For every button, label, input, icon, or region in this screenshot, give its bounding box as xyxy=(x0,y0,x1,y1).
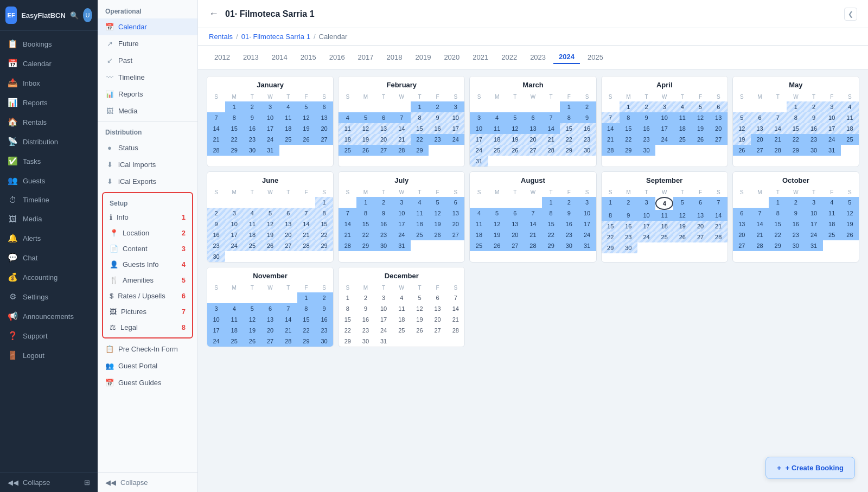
cal-day-cell[interactable]: 13 xyxy=(315,112,333,123)
cal-day-cell[interactable]: 9 xyxy=(637,112,655,123)
cal-day-cell[interactable]: 9 xyxy=(315,303,333,314)
sub-item-guest-portal[interactable]: 👥 Guest Portal xyxy=(98,357,197,374)
cal-day-cell[interactable]: 8 xyxy=(297,303,315,314)
cal-day-cell[interactable]: 24 xyxy=(805,229,822,240)
year-tab-2016[interactable]: 2016 xyxy=(324,51,350,63)
cal-day-cell[interactable]: 25 xyxy=(655,232,673,242)
cal-day-cell[interactable]: 28 xyxy=(751,240,769,251)
cal-day-cell[interactable]: 14 xyxy=(207,123,225,134)
setup-rates[interactable]: $ Rates / Upsells 6 xyxy=(103,288,192,304)
cal-day-cell[interactable]: 26 xyxy=(261,240,279,251)
cal-day-cell[interactable]: 4 xyxy=(470,208,488,219)
year-tab-2021[interactable]: 2021 xyxy=(467,51,494,63)
cal-day-cell[interactable]: 8 xyxy=(339,303,356,314)
cal-day-cell[interactable]: 27 xyxy=(261,336,279,347)
cal-day-cell[interactable]: 6 xyxy=(315,101,333,112)
cal-day-cell[interactable]: 9 xyxy=(620,210,637,221)
cal-day-cell[interactable]: 16 xyxy=(375,219,393,229)
setup-pictures[interactable]: 🖼 Pictures 7 xyxy=(103,304,192,320)
cal-day-cell[interactable]: 15 xyxy=(315,219,333,229)
cal-day-cell[interactable]: 9 xyxy=(429,112,446,123)
cal-day-cell[interactable]: 31 xyxy=(261,145,279,156)
cal-day-cell[interactable]: 23 xyxy=(805,134,822,145)
cal-day-cell[interactable]: 21 xyxy=(710,221,727,232)
cal-day-cell[interactable]: 5 xyxy=(429,197,446,208)
cal-day-cell[interactable]: 12 xyxy=(243,314,261,325)
cal-day-cell[interactable]: 12 xyxy=(691,112,709,123)
cal-day-cell[interactable]: 17 xyxy=(470,134,488,145)
cal-day-cell[interactable]: 19 xyxy=(691,123,709,134)
cal-day-cell[interactable]: 9 xyxy=(207,219,225,229)
setup-legal[interactable]: ⚖ Legal 8 xyxy=(103,320,192,335)
sidebar-item-timeline[interactable]: ⏱Timeline xyxy=(0,190,98,209)
cal-day-cell[interactable]: 19 xyxy=(243,325,261,336)
cal-day-cell[interactable]: 31 xyxy=(393,240,411,251)
cal-day-cell[interactable]: 20 xyxy=(524,134,542,145)
cal-day-cell[interactable]: 29 xyxy=(769,240,787,251)
cal-day-cell[interactable]: 6 xyxy=(733,208,751,219)
cal-day-cell[interactable]: 2 xyxy=(805,101,822,112)
year-tab-2015[interactable]: 2015 xyxy=(295,51,322,63)
year-tab-2017[interactable]: 2017 xyxy=(353,51,379,63)
cal-day-cell[interactable]: 27 xyxy=(315,134,333,145)
cal-day-cell[interactable]: 18 xyxy=(393,314,411,325)
year-tab-2013[interactable]: 2013 xyxy=(238,51,264,63)
cal-day-cell[interactable]: 26 xyxy=(411,325,429,336)
cal-day-cell[interactable]: 20 xyxy=(710,123,727,134)
cal-day-cell[interactable]: 1 xyxy=(297,292,315,303)
cal-day-cell[interactable]: 1 xyxy=(602,197,620,210)
cal-day-cell[interactable]: 5 xyxy=(488,208,506,219)
cal-day-cell[interactable]: 29 xyxy=(787,145,805,156)
sidebar-item-calendar[interactable]: 📅Calendar xyxy=(0,54,98,73)
cal-day-cell[interactable]: 5 xyxy=(243,303,261,314)
cal-day-cell[interactable]: 2 xyxy=(356,292,374,303)
cal-day-cell[interactable]: 5 xyxy=(506,112,524,123)
cal-day-cell[interactable]: 23 xyxy=(375,229,393,240)
cal-day-cell[interactable]: 2 xyxy=(578,101,596,112)
cal-day-cell[interactable]: 2 xyxy=(243,101,261,112)
cal-day-cell[interactable]: 19 xyxy=(411,314,429,325)
cal-day-cell[interactable]: 21 xyxy=(524,229,542,240)
cal-day-cell[interactable]: 21 xyxy=(542,134,560,145)
cal-day-cell[interactable]: 20 xyxy=(733,229,751,240)
cal-day-cell[interactable]: 9 xyxy=(375,208,393,219)
cal-day-cell[interactable]: 18 xyxy=(841,123,859,134)
cal-day-cell[interactable]: 16 xyxy=(356,314,374,325)
cal-day-cell[interactable]: 13 xyxy=(429,303,446,314)
cal-day-cell[interactable]: 26 xyxy=(429,229,446,240)
cal-day-cell[interactable]: 16 xyxy=(620,221,637,232)
cal-day-cell[interactable]: 23 xyxy=(207,240,225,251)
sidebar-item-alerts[interactable]: 🔔Alerts xyxy=(0,228,98,248)
cal-day-cell[interactable]: 9 xyxy=(356,303,374,314)
cal-day-cell[interactable]: 8 xyxy=(225,112,243,123)
cal-day-cell[interactable]: 22 xyxy=(411,134,429,145)
sidebar-item-logout[interactable]: 🚪Logout xyxy=(0,346,98,365)
cal-day-cell[interactable]: 30 xyxy=(637,145,655,156)
cal-day-cell[interactable]: 12 xyxy=(506,123,524,134)
cal-day-cell[interactable]: 18 xyxy=(655,221,673,232)
sidebar-item-inbox[interactable]: 📥Inbox xyxy=(0,73,98,93)
cal-day-cell[interactable]: 24 xyxy=(207,336,225,347)
cal-day-cell[interactable]: 14 xyxy=(602,123,620,134)
year-tab-2014[interactable]: 2014 xyxy=(266,51,293,63)
cal-day-cell[interactable]: 7 xyxy=(393,112,411,123)
setup-guests-info[interactable]: 👤 Guests Info 4 xyxy=(103,257,192,272)
cal-day-cell[interactable]: 7 xyxy=(297,208,315,219)
cal-day-cell[interactable]: 15 xyxy=(339,314,356,325)
cal-day-cell[interactable]: 18 xyxy=(243,229,261,240)
cal-day-cell[interactable]: 10 xyxy=(375,303,393,314)
cal-day-cell[interactable]: 20 xyxy=(751,134,769,145)
cal-day-cell[interactable]: 25 xyxy=(841,134,859,145)
cal-day-cell[interactable]: 11 xyxy=(243,219,261,229)
cal-day-cell[interactable]: 23 xyxy=(620,232,637,242)
cal-day-cell[interactable]: 1 xyxy=(542,197,560,208)
search-icon[interactable]: 🔍 xyxy=(70,11,79,20)
cal-day-cell[interactable]: 12 xyxy=(429,208,446,219)
sidebar-item-guests[interactable]: 👥Guests xyxy=(0,171,98,190)
cal-day-cell[interactable]: 15 xyxy=(225,123,243,134)
cal-day-cell[interactable]: 4 xyxy=(411,197,429,208)
cal-day-cell[interactable]: 29 xyxy=(356,240,374,251)
cal-day-cell[interactable]: 22 xyxy=(560,134,578,145)
cal-day-cell[interactable]: 11 xyxy=(279,112,297,123)
cal-day-cell[interactable]: 22 xyxy=(602,232,620,242)
